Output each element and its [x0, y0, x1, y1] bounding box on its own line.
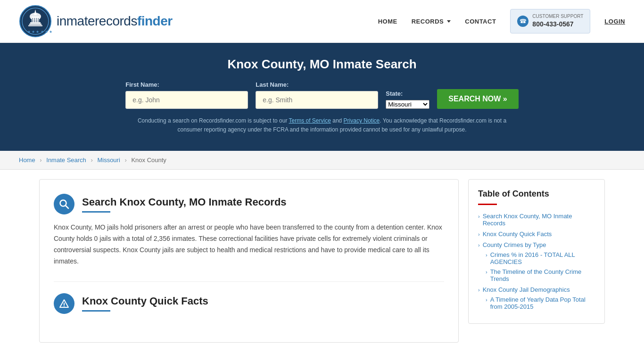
nav-records[interactable]: RECORDS [412, 18, 451, 25]
svg-rect-9 [29, 24, 41, 25]
svg-rect-4 [32, 18, 33, 23]
svg-rect-10 [28, 25, 42, 26]
list-item: › Knox County Jail Demographics › A Time… [478, 286, 595, 310]
first-name-label: First Name: [125, 81, 159, 88]
first-name-group: First Name: [125, 81, 248, 109]
logo-text: inmaterecordsfinder [57, 14, 173, 29]
svg-rect-5 [34, 18, 35, 23]
toc-sublist-bottom: › A Timeline of Yearly Data Pop Total fr… [478, 296, 595, 310]
search-form: First Name: Last Name: State: Missouri A… [19, 81, 625, 109]
svg-rect-8 [30, 22, 41, 24]
search-records-section: Search Knox County, MO Inmate Records Kn… [54, 194, 444, 267]
breadcrumb-sep-2: › [91, 156, 92, 164]
search-section-heading: Search Knox County, MO Inmate Records [54, 194, 444, 214]
section-divider [54, 281, 444, 282]
svg-text:★ ★ ★ ★ ★ ★ ★: ★ ★ ★ ★ ★ ★ ★ [27, 30, 52, 34]
breadcrumb-home[interactable]: Home [19, 156, 35, 164]
toc-link-crimes[interactable]: › County Crimes by Type [478, 241, 595, 248]
nav-contact[interactable]: CONTACT [465, 18, 496, 25]
last-name-group: Last Name: [256, 81, 378, 109]
search-icon [54, 194, 74, 214]
quick-facts-heading: Knox County Quick Facts [54, 293, 444, 314]
list-item: › The Timeline of the County Crime Trend… [486, 268, 595, 282]
state-group: State: Missouri Alabama Alaska Arizona A… [386, 90, 429, 109]
state-select[interactable]: Missouri Alabama Alaska Arizona Arkansas… [386, 100, 429, 109]
list-item: › County Crimes by Type › Crimes % in 20… [478, 241, 595, 282]
section-body: Knox County, MO jails hold prisoners aft… [54, 222, 444, 267]
svg-point-17 [64, 305, 65, 306]
toc-link-yearly-data[interactable]: › A Timeline of Yearly Data Pop Total fr… [486, 296, 595, 310]
breadcrumb-state[interactable]: Missouri [97, 156, 120, 164]
support-text: CUSTOMER SUPPORT 800-433-0567 [532, 13, 583, 29]
toc-link-crimes-pct[interactable]: › Crimes % in 2016 - TOTAL ALL AGENCIES [486, 251, 595, 265]
last-name-input[interactable] [256, 91, 378, 109]
chevron-right-icon: › [486, 252, 487, 258]
section-underline [82, 211, 110, 213]
toc-sublist: › Crimes % in 2016 - TOTAL ALL AGENCIES … [478, 251, 595, 282]
first-name-input[interactable] [125, 91, 248, 109]
login-button[interactable]: LOGIN [604, 18, 625, 25]
hero-title: Knox County, MO Inmate Search [19, 57, 625, 72]
breadcrumb-sep-1: › [40, 156, 41, 164]
quick-facts-section: Knox County Quick Facts [54, 293, 444, 314]
toc-title: Table of Contents [478, 189, 595, 199]
list-item: › A Timeline of Yearly Data Pop Total fr… [486, 296, 595, 310]
breadcrumb-county: Knox County [131, 156, 166, 164]
alert-icon [54, 293, 74, 314]
toc-underline [478, 204, 497, 205]
chevron-right-icon: › [478, 231, 480, 237]
nav-home[interactable]: HOME [378, 18, 397, 25]
toc-link-quick-facts[interactable]: › Knox County Quick Facts [478, 230, 595, 238]
svg-line-14 [66, 206, 68, 208]
content-area: Search Knox County, MO Inmate Records Kn… [39, 179, 459, 342]
hero-section: Knox County, MO Inmate Search First Name… [0, 43, 644, 151]
search-now-button[interactable]: SEARCH NOW » [437, 89, 518, 109]
breadcrumb-sep-3: › [124, 156, 126, 164]
chevron-right-icon: › [486, 297, 487, 303]
last-name-label: Last Name: [256, 81, 289, 88]
list-item: › Crimes % in 2016 - TOTAL ALL AGENCIES [486, 251, 595, 265]
toc-link-search[interactable]: › Search Knox County, MO Inmate Records [478, 213, 595, 227]
toc-link-timeline[interactable]: › The Timeline of the County Crime Trend… [486, 268, 595, 282]
chevron-right-icon: › [478, 287, 480, 293]
list-item: › Knox County Quick Facts [478, 230, 595, 238]
breadcrumb: Home › Inmate Search › Missouri › Knox C… [0, 151, 644, 170]
svg-rect-7 [38, 18, 39, 23]
logo[interactable]: ★ ★ ★ ★ ★ ★ ★ inmaterecordsfinder [19, 5, 173, 38]
site-header: ★ ★ ★ ★ ★ ★ ★ inmaterecordsfinder HOME R… [0, 0, 644, 43]
sidebar: Table of Contents › Search Knox County, … [468, 179, 605, 324]
quick-facts-title: Knox County Quick Facts [82, 295, 208, 307]
breadcrumb-inmate-search[interactable]: Inmate Search [46, 156, 86, 164]
quick-facts-underline [82, 310, 110, 312]
main-wrapper: Search Knox County, MO Inmate Records Kn… [20, 170, 624, 352]
chevron-down-icon [447, 20, 451, 23]
terms-link[interactable]: Terms of Service [289, 117, 331, 124]
section-title: Search Knox County, MO Inmate Records [82, 196, 287, 208]
main-nav: HOME RECORDS CONTACT ☎ CUSTOMER SUPPORT … [378, 9, 625, 33]
svg-rect-6 [36, 18, 37, 23]
toc-list: › Search Knox County, MO Inmate Records … [478, 213, 595, 310]
toc-link-demographics[interactable]: › Knox County Jail Demographics [478, 286, 595, 293]
headphone-icon: ☎ [517, 16, 528, 27]
disclaimer-text: Conducting a search on Recordsfinder.com… [133, 116, 511, 134]
state-label: State: [386, 90, 403, 97]
customer-support-box[interactable]: ☎ CUSTOMER SUPPORT 800-433-0567 [510, 9, 590, 33]
privacy-link[interactable]: Privacy Notice [344, 117, 380, 124]
list-item: › Search Knox County, MO Inmate Records [478, 213, 595, 227]
logo-icon: ★ ★ ★ ★ ★ ★ ★ [19, 5, 52, 38]
chevron-right-icon: › [486, 269, 487, 275]
chevron-right-icon: › [478, 214, 480, 219]
chevron-right-icon: › [478, 242, 480, 248]
